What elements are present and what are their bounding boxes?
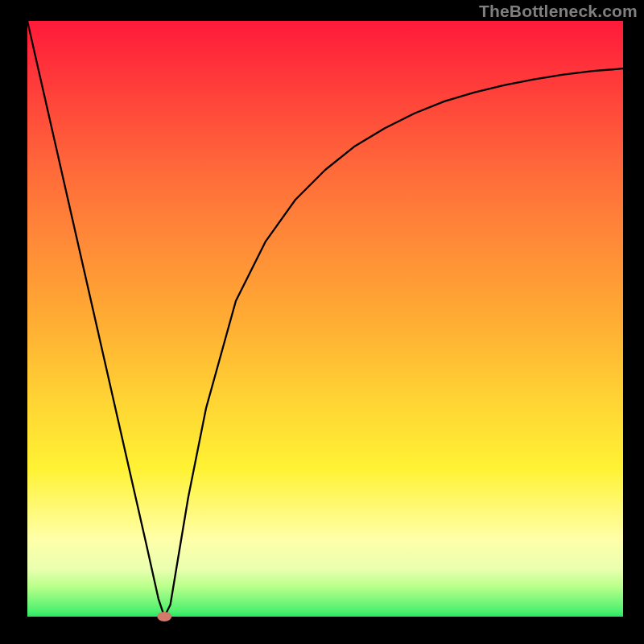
chart-frame: TheBottleneck.com [0, 0, 644, 644]
bottleneck-curve-svg [27, 21, 623, 617]
optimum-marker [157, 612, 171, 621]
plot-area [27, 21, 623, 617]
bottleneck-curve [27, 21, 623, 617]
watermark-text: TheBottleneck.com [479, 2, 638, 21]
